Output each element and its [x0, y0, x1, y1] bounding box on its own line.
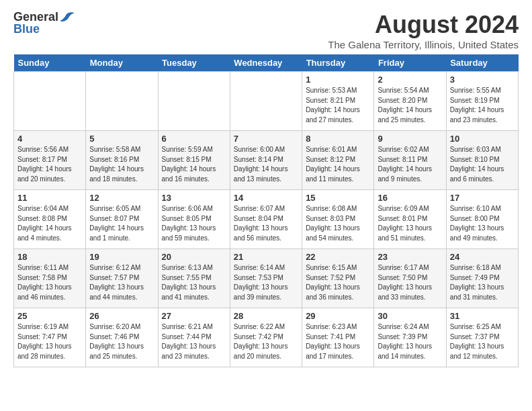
- day-info: Sunrise: 6:07 AM Sunset: 8:04 PM Dayligh…: [234, 204, 298, 243]
- calendar-cell: 25Sunrise: 6:19 AM Sunset: 7:47 PM Dayli…: [14, 308, 86, 367]
- day-info: Sunrise: 6:21 AM Sunset: 7:44 PM Dayligh…: [162, 322, 226, 361]
- calendar-cell: 15Sunrise: 6:08 AM Sunset: 8:03 PM Dayli…: [302, 190, 374, 249]
- calendar-cell: 2Sunrise: 5:54 AM Sunset: 8:20 PM Daylig…: [374, 72, 446, 131]
- header: General Blue August 2024 The Galena Terr…: [13, 11, 519, 50]
- day-info: Sunrise: 6:22 AM Sunset: 7:42 PM Dayligh…: [234, 322, 298, 361]
- day-number: 3: [450, 75, 515, 85]
- day-info: Sunrise: 6:12 AM Sunset: 7:57 PM Dayligh…: [89, 263, 154, 302]
- day-number: 23: [378, 252, 442, 262]
- day-info: Sunrise: 6:20 AM Sunset: 7:46 PM Dayligh…: [89, 322, 154, 361]
- day-info: Sunrise: 6:03 AM Sunset: 8:10 PM Dayligh…: [450, 145, 515, 184]
- logo-general-text: General: [13, 11, 58, 23]
- calendar-cell: 20Sunrise: 6:13 AM Sunset: 7:55 PM Dayli…: [158, 249, 230, 308]
- calendar-cell: [158, 72, 230, 131]
- calendar-cell: 27Sunrise: 6:21 AM Sunset: 7:44 PM Dayli…: [158, 308, 230, 367]
- calendar-cell: 26Sunrise: 6:20 AM Sunset: 7:46 PM Dayli…: [86, 308, 158, 367]
- day-info: Sunrise: 6:01 AM Sunset: 8:12 PM Dayligh…: [306, 145, 370, 184]
- day-number: 8: [306, 134, 370, 144]
- title-area: August 2024 The Galena Territory, Illino…: [328, 11, 519, 50]
- day-info: Sunrise: 6:08 AM Sunset: 8:03 PM Dayligh…: [306, 204, 370, 243]
- calendar-cell: 22Sunrise: 6:15 AM Sunset: 7:52 PM Dayli…: [302, 249, 374, 308]
- day-info: Sunrise: 6:05 AM Sunset: 8:07 PM Dayligh…: [89, 204, 154, 243]
- weekday-header-saturday: Saturday: [446, 54, 518, 72]
- calendar-cell: [230, 72, 302, 131]
- calendar-cell: 14Sunrise: 6:07 AM Sunset: 8:04 PM Dayli…: [230, 190, 302, 249]
- day-number: 25: [17, 311, 82, 321]
- day-number: 21: [234, 252, 298, 262]
- calendar-cell: 3Sunrise: 5:55 AM Sunset: 8:19 PM Daylig…: [446, 72, 518, 131]
- calendar-cell: 24Sunrise: 6:18 AM Sunset: 7:49 PM Dayli…: [446, 249, 518, 308]
- calendar-cell: 9Sunrise: 6:02 AM Sunset: 8:11 PM Daylig…: [374, 131, 446, 190]
- day-number: 30: [378, 311, 442, 321]
- weekday-header-wednesday: Wednesday: [230, 54, 302, 72]
- day-info: Sunrise: 6:13 AM Sunset: 7:55 PM Dayligh…: [162, 263, 226, 302]
- day-info: Sunrise: 6:18 AM Sunset: 7:49 PM Dayligh…: [450, 263, 515, 302]
- day-number: 18: [17, 252, 82, 262]
- day-info: Sunrise: 6:24 AM Sunset: 7:39 PM Dayligh…: [378, 322, 442, 361]
- calendar-cell: 12Sunrise: 6:05 AM Sunset: 8:07 PM Dayli…: [86, 190, 158, 249]
- day-info: Sunrise: 6:11 AM Sunset: 7:58 PM Dayligh…: [17, 263, 82, 302]
- weekday-header-sunday: Sunday: [14, 54, 86, 72]
- day-info: Sunrise: 5:58 AM Sunset: 8:16 PM Dayligh…: [89, 145, 154, 184]
- day-number: 29: [306, 311, 370, 321]
- day-number: 14: [234, 193, 298, 203]
- calendar-cell: 16Sunrise: 6:09 AM Sunset: 8:01 PM Dayli…: [374, 190, 446, 249]
- day-info: Sunrise: 6:23 AM Sunset: 7:41 PM Dayligh…: [306, 322, 370, 361]
- calendar-cell: 6Sunrise: 5:59 AM Sunset: 8:15 PM Daylig…: [158, 131, 230, 190]
- day-info: Sunrise: 6:14 AM Sunset: 7:53 PM Dayligh…: [234, 263, 298, 302]
- day-number: 16: [378, 193, 442, 203]
- calendar-cell: [14, 72, 86, 131]
- calendar-cell: 29Sunrise: 6:23 AM Sunset: 7:41 PM Dayli…: [302, 308, 374, 367]
- day-info: Sunrise: 5:59 AM Sunset: 8:15 PM Dayligh…: [162, 145, 226, 184]
- day-number: 7: [234, 134, 298, 144]
- logo: General Blue: [13, 11, 75, 35]
- day-number: 5: [89, 134, 154, 144]
- logo-blue-text: Blue: [13, 23, 40, 35]
- day-number: 6: [162, 134, 226, 144]
- logo-bird-icon: [60, 11, 75, 22]
- day-info: Sunrise: 6:04 AM Sunset: 8:08 PM Dayligh…: [17, 204, 82, 243]
- day-info: Sunrise: 5:54 AM Sunset: 8:20 PM Dayligh…: [378, 86, 442, 125]
- location-title: The Galena Territory, Illinois, United S…: [328, 39, 519, 50]
- day-number: 10: [450, 134, 515, 144]
- calendar-row: 4Sunrise: 5:56 AM Sunset: 8:17 PM Daylig…: [14, 131, 519, 190]
- calendar-row: 25Sunrise: 6:19 AM Sunset: 7:47 PM Dayli…: [14, 308, 519, 367]
- calendar-cell: 18Sunrise: 6:11 AM Sunset: 7:58 PM Dayli…: [14, 249, 86, 308]
- day-info: Sunrise: 6:09 AM Sunset: 8:01 PM Dayligh…: [378, 204, 442, 243]
- calendar-cell: 31Sunrise: 6:25 AM Sunset: 7:37 PM Dayli…: [446, 308, 518, 367]
- calendar-cell: 5Sunrise: 5:58 AM Sunset: 8:16 PM Daylig…: [86, 131, 158, 190]
- calendar-cell: 4Sunrise: 5:56 AM Sunset: 8:17 PM Daylig…: [14, 131, 86, 190]
- day-info: Sunrise: 6:19 AM Sunset: 7:47 PM Dayligh…: [17, 322, 82, 361]
- day-info: Sunrise: 6:10 AM Sunset: 8:00 PM Dayligh…: [450, 204, 515, 243]
- day-number: 22: [306, 252, 370, 262]
- day-info: Sunrise: 6:02 AM Sunset: 8:11 PM Dayligh…: [378, 145, 442, 184]
- calendar-cell: 17Sunrise: 6:10 AM Sunset: 8:00 PM Dayli…: [446, 190, 518, 249]
- calendar-cell: 23Sunrise: 6:17 AM Sunset: 7:50 PM Dayli…: [374, 249, 446, 308]
- calendar-cell: 1Sunrise: 5:53 AM Sunset: 8:21 PM Daylig…: [302, 72, 374, 131]
- calendar-cell: 11Sunrise: 6:04 AM Sunset: 8:08 PM Dayli…: [14, 190, 86, 249]
- calendar-row: 18Sunrise: 6:11 AM Sunset: 7:58 PM Dayli…: [14, 249, 519, 308]
- calendar-cell: 19Sunrise: 6:12 AM Sunset: 7:57 PM Dayli…: [86, 249, 158, 308]
- day-number: 13: [162, 193, 226, 203]
- calendar-table: SundayMondayTuesdayWednesdayThursdayFrid…: [13, 54, 519, 367]
- day-number: 11: [17, 193, 82, 203]
- day-info: Sunrise: 6:25 AM Sunset: 7:37 PM Dayligh…: [450, 322, 515, 361]
- day-info: Sunrise: 6:15 AM Sunset: 7:52 PM Dayligh…: [306, 263, 370, 302]
- weekday-header-tuesday: Tuesday: [158, 54, 230, 72]
- day-info: Sunrise: 5:56 AM Sunset: 8:17 PM Dayligh…: [17, 145, 82, 184]
- month-title: August 2024: [328, 11, 519, 39]
- day-number: 27: [162, 311, 226, 321]
- weekday-header-thursday: Thursday: [302, 54, 374, 72]
- day-number: 24: [450, 252, 515, 262]
- calendar-cell: 8Sunrise: 6:01 AM Sunset: 8:12 PM Daylig…: [302, 131, 374, 190]
- calendar-cell: 13Sunrise: 6:06 AM Sunset: 8:05 PM Dayli…: [158, 190, 230, 249]
- calendar-cell: 10Sunrise: 6:03 AM Sunset: 8:10 PM Dayli…: [446, 131, 518, 190]
- day-number: 1: [306, 75, 370, 85]
- day-info: Sunrise: 6:00 AM Sunset: 8:14 PM Dayligh…: [234, 145, 298, 184]
- day-number: 31: [450, 311, 515, 321]
- day-info: Sunrise: 6:17 AM Sunset: 7:50 PM Dayligh…: [378, 263, 442, 302]
- day-number: 19: [89, 252, 154, 262]
- day-number: 4: [17, 134, 82, 144]
- day-number: 2: [378, 75, 442, 85]
- calendar-row: 11Sunrise: 6:04 AM Sunset: 8:08 PM Dayli…: [14, 190, 519, 249]
